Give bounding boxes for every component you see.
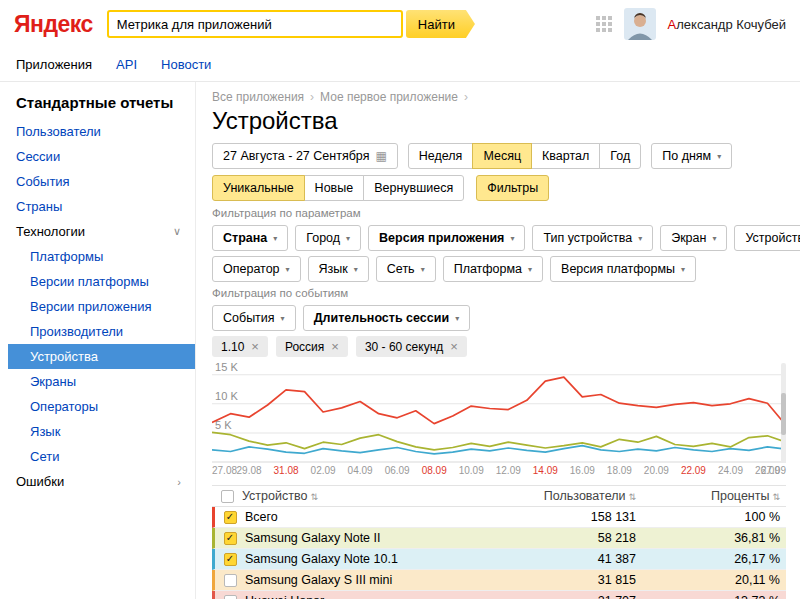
remove-filter-icon[interactable]: × — [251, 340, 259, 353]
period-button[interactable]: Год — [599, 143, 641, 169]
table-row: Samsung Galaxy S III mini31 81520,11 % — [212, 570, 786, 591]
filter-label: События — [223, 311, 275, 325]
x-axis-label: 20.09 — [644, 465, 669, 476]
table-row: ✓Всего158 131100 % — [212, 507, 786, 528]
y-axis-label: 15 K — [215, 363, 238, 373]
sidebar-section-technologies[interactable]: Технологии ∨ — [16, 219, 195, 244]
search-input[interactable] — [107, 10, 403, 38]
users-cell: 21 707 — [436, 594, 636, 599]
header-right: Александр Кочубей — [596, 8, 786, 40]
table-header: Устройство⇅ Пользователи⇅ Проценты⇅ — [212, 485, 786, 507]
yandex-logo[interactable]: Яндекс — [14, 11, 93, 38]
filter-dropdown[interactable]: Длительность сессии▾ — [303, 305, 471, 331]
param-filter-row-2: Оператор▾Язык▾Сеть▾Платформа▾Версия плат… — [212, 256, 786, 282]
select-all-checkbox[interactable] — [221, 490, 234, 503]
checkbox-cell — [212, 490, 242, 503]
filter-dropdown[interactable]: Платформа▾ — [443, 256, 543, 282]
row-checkbox[interactable] — [224, 574, 237, 587]
nav-item[interactable]: Новости — [161, 57, 211, 72]
main-panel: Все приложения›Мое первое приложение› Ус… — [196, 82, 800, 599]
percent-cell: 26,17 % — [636, 552, 786, 566]
filter-dropdown[interactable]: Сеть▾ — [376, 256, 436, 282]
filter-dropdown[interactable]: Версия платформы▾ — [550, 256, 696, 282]
sidebar-subitem[interactable]: Производители — [16, 319, 195, 344]
devices-table: Устройство⇅ Пользователи⇅ Проценты⇅ ✓Все… — [212, 485, 786, 599]
caret-down-icon: ▾ — [346, 234, 350, 243]
avatar[interactable] — [624, 8, 656, 40]
column-label: Устройство — [242, 489, 307, 503]
filter-chip[interactable]: 30 - 60 секунд× — [356, 336, 467, 357]
sidebar-subitem[interactable]: Экраны — [16, 369, 195, 394]
sidebar-item[interactable]: Сессии — [16, 144, 195, 169]
breadcrumb-item[interactable]: Мое первое приложение — [320, 90, 458, 104]
section-label: Ошибки — [16, 474, 64, 489]
sidebar-subitem[interactable]: Платформы — [16, 244, 195, 269]
users-column-header[interactable]: Пользователи⇅ — [436, 489, 636, 503]
device-cell[interactable]: Samsung Galaxy Note II — [245, 531, 436, 545]
device-cell[interactable]: Всего — [245, 510, 436, 524]
granularity-dropdown[interactable]: По дням ▾ — [651, 143, 732, 169]
nav-item[interactable]: Приложения — [16, 57, 92, 72]
sidebar-subitem[interactable]: Сети — [16, 444, 195, 469]
date-range-button[interactable]: 27 Августа - 27 Сентября ▦ — [212, 143, 398, 169]
metric-tab[interactable]: Новые — [304, 175, 365, 201]
filters-toggle-button[interactable]: Фильтры — [476, 175, 549, 201]
breadcrumb-item[interactable]: Все приложения — [212, 90, 304, 104]
period-button[interactable]: Месяц — [472, 143, 532, 169]
device-cell[interactable]: Samsung Galaxy Note 10.1 — [245, 552, 436, 566]
row-checkbox[interactable]: ✓ — [224, 511, 237, 524]
device-column-header[interactable]: Устройство⇅ — [242, 489, 436, 503]
period-buttons: НеделяМесяцКварталГод — [408, 143, 641, 169]
period-button[interactable]: Неделя — [408, 143, 474, 169]
chart-scrollbar[interactable] — [781, 363, 786, 463]
user-name[interactable]: Александр Кочубей — [668, 17, 786, 32]
filter-dropdown[interactable]: Тип устройства▾ — [532, 225, 653, 251]
period-button[interactable]: Квартал — [531, 143, 600, 169]
filter-label: Оператор — [223, 262, 280, 276]
filter-dropdown[interactable]: Версия приложения▾ — [368, 225, 525, 251]
filter-dropdown[interactable]: Экран▾ — [660, 225, 727, 251]
calendar-icon: ▦ — [375, 149, 386, 163]
filter-chip[interactable]: 1.10× — [212, 336, 268, 357]
filter-dropdown[interactable]: Город▾ — [295, 225, 361, 251]
metric-tabs: УникальныеНовыеВернувшиеся — [212, 175, 464, 201]
nav-item[interactable]: API — [116, 57, 137, 72]
row-checkbox[interactable] — [224, 595, 237, 600]
caret-down-icon: ▾ — [455, 314, 459, 323]
remove-filter-icon[interactable]: × — [331, 340, 339, 353]
sidebar-subitem[interactable]: Устройства — [8, 344, 195, 369]
filter-dropdown[interactable]: Оператор▾ — [212, 256, 301, 282]
sidebar-subitem[interactable]: Версии платформы — [16, 269, 195, 294]
sidebar-subitem[interactable]: Операторы — [16, 394, 195, 419]
chart-scrollbar-thumb[interactable] — [781, 393, 786, 435]
percent-column-header[interactable]: Проценты⇅ — [636, 489, 786, 503]
filter-chip[interactable]: Россия× — [276, 336, 348, 357]
main-nav: ПриложенияAPIНовости — [0, 48, 800, 82]
row-checkbox[interactable]: ✓ — [224, 553, 237, 566]
x-axis-label: 22.09 — [681, 465, 706, 476]
device-cell[interactable]: Huawei Honor — [245, 594, 436, 599]
services-grid-icon[interactable] — [596, 16, 612, 32]
date-range-label: 27 Августа - 27 Сентября — [223, 149, 369, 163]
caret-down-icon: ▾ — [421, 265, 425, 274]
sidebar-subitem[interactable]: Версии приложения — [16, 294, 195, 319]
remove-filter-icon[interactable]: × — [450, 340, 458, 353]
sidebar-item[interactable]: Пользователи — [16, 119, 195, 144]
filter-dropdown[interactable]: Устройство▾ — [734, 225, 800, 251]
row-checkbox[interactable]: ✓ — [224, 532, 237, 545]
filter-dropdown[interactable]: Язык▾ — [308, 256, 369, 282]
metric-tab[interactable]: Вернувшиеся — [363, 175, 464, 201]
sidebar-item[interactable]: Страны — [16, 194, 195, 219]
sidebar-section-errors[interactable]: Ошибки › — [16, 469, 195, 494]
search-button[interactable]: Найти — [406, 10, 475, 38]
device-cell[interactable]: Samsung Galaxy S III mini — [245, 573, 436, 587]
sidebar-item[interactable]: События — [16, 169, 195, 194]
chart-x-labels: 27.0829.0831.0802.0904.0906.0908.0910.09… — [212, 465, 786, 479]
filter-dropdown[interactable]: События▾ — [212, 305, 296, 331]
users-cell: 158 131 — [436, 510, 636, 524]
sidebar-subitem[interactable]: Язык — [16, 419, 195, 444]
sidebar: Стандартные отчеты ПользователиСессииСоб… — [0, 82, 196, 599]
metric-tab[interactable]: Уникальные — [212, 175, 305, 201]
checkbox-cell — [215, 574, 245, 587]
filter-dropdown[interactable]: Страна▾ — [212, 225, 288, 251]
